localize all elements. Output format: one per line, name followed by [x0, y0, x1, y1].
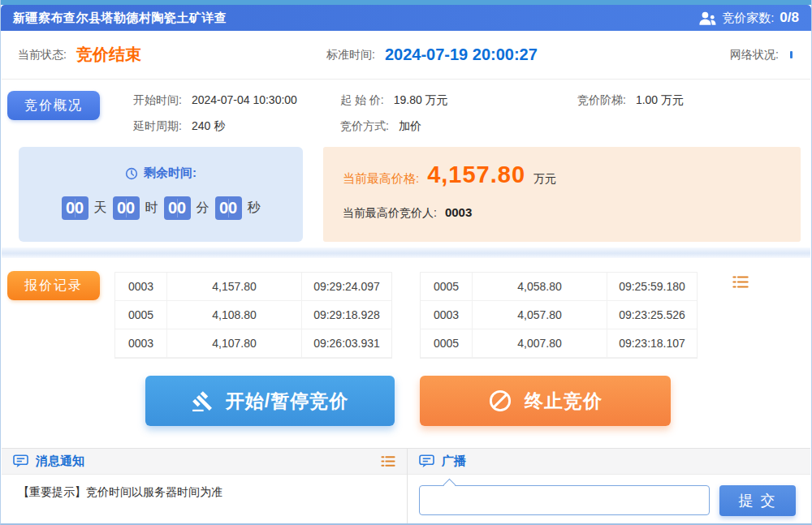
- bid-cell-bidder: 0005: [421, 329, 473, 358]
- submit-button[interactable]: 提 交: [719, 485, 796, 516]
- bid-cell-price: 4,107.80: [167, 329, 302, 358]
- countdown-minutes: 00: [164, 196, 191, 220]
- field-value: 19.80 万元: [394, 93, 448, 106]
- countdown-days: 00: [62, 196, 89, 220]
- broadcast-panel: 广播 提 交: [408, 448, 810, 523]
- title-bar: 新疆察布查尔县塔勒德村陶瓷土矿详查 竞价家数: 0/8: [1, 5, 811, 31]
- bidders-count-group: 竞价家数: 0/8: [699, 10, 799, 26]
- current-state: 当前状态: 竞价结束: [18, 31, 141, 79]
- state-value: 竞价结束: [76, 44, 141, 66]
- unit-day: 天: [94, 200, 107, 217]
- bid-records-table-right: 0005 4,058.80 09:25:59.180 0003 4,057.80…: [420, 272, 698, 359]
- unit-hour: 时: [145, 200, 158, 217]
- field-value: 1.00 万元: [636, 93, 684, 106]
- unit-minute: 分: [197, 200, 209, 217]
- gavel-icon: [192, 390, 214, 412]
- page-title: 新疆察布查尔县塔勒德村陶瓷土矿详查: [13, 11, 227, 26]
- bid-cell-bidder: 0005: [115, 301, 167, 329]
- field-label: 竞价阶梯:: [577, 93, 626, 106]
- countdown-label: 剩余时间:: [144, 166, 197, 181]
- field-value: 加价: [399, 119, 421, 132]
- bid-cell-price: 4,157.80: [167, 273, 302, 301]
- field-label: 竞价方式:: [340, 119, 389, 132]
- start-pause-label: 开始/暂停竞价: [226, 389, 348, 414]
- status-bar: 当前状态: 竞价结束 标准时间: 2024-07-19 20:00:27 网络状…: [2, 31, 810, 80]
- state-label: 当前状态:: [18, 48, 67, 62]
- bid-cell-time: 09:29:24.097: [302, 273, 391, 301]
- highest-bidder-label: 当前最高价竞价人:: [343, 206, 437, 221]
- stop-label: 终止竞价: [525, 389, 603, 414]
- field-start-price: 起 始 价:19.80 万元: [340, 93, 448, 108]
- bid-cell-bidder: 0003: [115, 273, 167, 301]
- highest-price-value: 4,157.80: [427, 161, 525, 188]
- countdown-digits: 00 天 00 时 00 分 00 秒: [19, 196, 303, 220]
- notice-list-icon[interactable]: [381, 455, 395, 467]
- bid-cell-time: 09:23:18.107: [607, 329, 697, 358]
- time-value: 2024-07-19 20:00:27: [385, 45, 538, 64]
- auction-page: 新疆察布查尔县塔勒德村陶瓷土矿详查 竞价家数: 0/8 当前状态: 竞价结束 标…: [0, 0, 812, 525]
- field-bid-step: 竞价阶梯:1.00 万元: [577, 93, 684, 108]
- broadcast-input-wrap: [419, 485, 710, 515]
- highest-bidder-row: 当前最高价竞价人: 0003: [343, 205, 472, 221]
- start-pause-bidding-button[interactable]: 开始/暂停竞价: [145, 376, 395, 426]
- highest-price-panel: 当前最高价格: 4,157.80 万元 当前最高价竞价人: 0003: [323, 147, 801, 242]
- section-label-overview: 竞价概况: [7, 91, 100, 120]
- section-divider: [2, 247, 810, 258]
- bottom-panels: 消息通知 【重要提示】竞价时间以服务器时间为准: [2, 448, 810, 523]
- notice-title: 消息通知: [36, 454, 84, 469]
- bid-cell-bidder: 0003: [115, 329, 167, 358]
- bid-cell-time: 09:23:25.526: [607, 301, 697, 329]
- countdown-hours: 00: [113, 196, 140, 220]
- chat-bubble-icon: [419, 454, 434, 468]
- bid-records-table-left: 0003 4,157.80 09:29:24.097 0005 4,108.80…: [114, 272, 392, 359]
- highest-bidder-value: 0003: [445, 205, 472, 219]
- field-label: 开始时间:: [133, 93, 182, 106]
- notice-message: 【重要提示】竞价时间以服务器时间为准: [2, 475, 407, 510]
- time-label: 标准时间:: [326, 48, 375, 62]
- broadcast-input[interactable]: [419, 485, 710, 515]
- server-time: 标准时间: 2024-07-19 20:00:27: [326, 31, 538, 79]
- broadcast-header: 广播: [408, 448, 810, 475]
- countdown-seconds: 00: [215, 196, 242, 220]
- highest-price-unit: 万元: [533, 172, 556, 187]
- bid-cell-time: 09:29:18.928: [302, 301, 391, 329]
- bid-cell-bidder: 0003: [421, 301, 473, 329]
- ban-icon: [488, 389, 512, 413]
- chat-bubble-icon: [13, 454, 28, 468]
- bid-cell-bidder: 0005: [421, 273, 473, 301]
- records-list-icon[interactable]: [732, 275, 749, 289]
- bid-cell-price: 4,057.80: [473, 301, 607, 329]
- bid-cell-price: 4,007.80: [473, 329, 607, 358]
- users-icon: [699, 11, 716, 25]
- stop-bidding-button[interactable]: 终止竞价: [420, 376, 671, 426]
- field-bid-method: 竞价方式:加价: [340, 119, 421, 134]
- field-label: 延时周期:: [133, 119, 182, 132]
- field-value: 240 秒: [192, 119, 225, 132]
- bid-cell-time: 09:26:03.931: [302, 329, 391, 358]
- network-label: 网络状况:: [730, 48, 779, 62]
- bid-cell-price: 4,058.80: [473, 273, 607, 301]
- bidders-value: 0/8: [780, 10, 799, 26]
- notice-panel: 消息通知 【重要提示】竞价时间以服务器时间为准: [2, 448, 408, 523]
- field-value: 2024-07-04 10:30:00: [192, 93, 297, 106]
- notice-header: 消息通知: [2, 448, 407, 475]
- broadcast-title: 广播: [442, 454, 466, 469]
- broadcast-body: 提 交: [408, 475, 810, 525]
- bid-cell-price: 4,108.80: [167, 301, 302, 329]
- field-start-time: 开始时间:2024-07-04 10:30:00: [133, 93, 297, 108]
- bid-cell-time: 09:25:59.180: [607, 273, 697, 301]
- countdown-panel: 剩余时间: 00 天 00 时 00 分 00 秒: [19, 147, 303, 242]
- bidders-label: 竞价家数:: [722, 11, 774, 26]
- section-label-records: 报价记录: [7, 271, 100, 300]
- network-status: 网络状况:: [730, 31, 793, 79]
- unit-second: 秒: [248, 200, 261, 217]
- clock-icon: [125, 167, 138, 180]
- signal-bar-icon: [790, 51, 793, 58]
- countdown-title-row: 剩余时间:: [19, 166, 303, 181]
- field-delay-period: 延时周期:240 秒: [133, 119, 225, 134]
- highest-price-row: 当前最高价格: 4,157.80 万元: [343, 161, 556, 188]
- field-label: 起 始 价:: [340, 93, 384, 106]
- highest-price-label: 当前最高价格:: [343, 171, 419, 187]
